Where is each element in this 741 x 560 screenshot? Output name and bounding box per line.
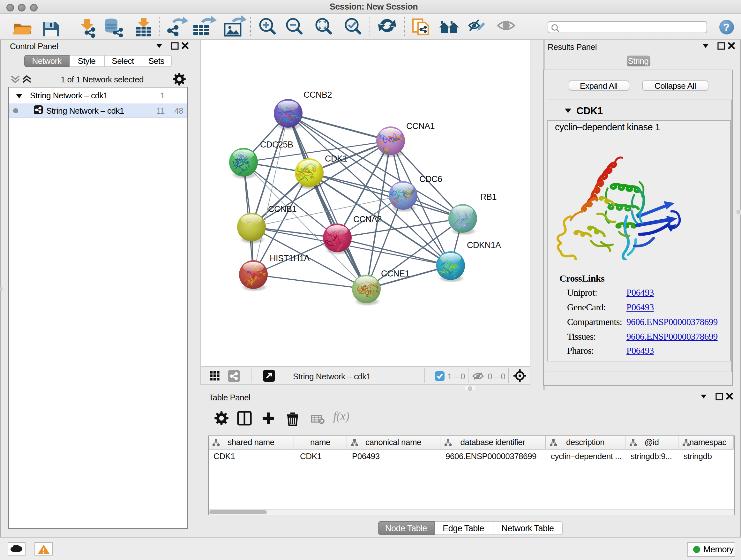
svg-text:CCNB1: CCNB1 — [268, 204, 296, 214]
svg-text:CCNA1: CCNA1 — [406, 121, 434, 131]
svg-text:CCNB2: CCNB2 — [304, 90, 332, 100]
svg-text:CDC6: CDC6 — [419, 174, 442, 184]
svg-text:CCNA2: CCNA2 — [353, 214, 382, 224]
svg-text:CCNE1: CCNE1 — [381, 269, 409, 278]
svg-text:CDK1: CDK1 — [325, 154, 347, 164]
svg-text:CDC25B: CDC25B — [260, 140, 293, 149]
svg-text:RB1: RB1 — [480, 192, 496, 202]
svg-text:HIST1H1A: HIST1H1A — [270, 253, 310, 263]
svg-text:CDKN1A: CDKN1A — [467, 240, 501, 250]
